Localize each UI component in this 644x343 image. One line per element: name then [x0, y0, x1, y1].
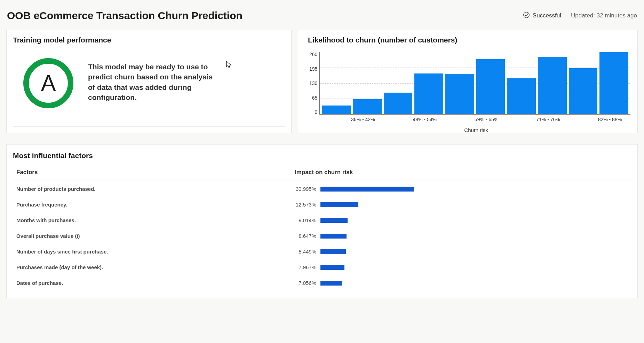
- chart-bar[interactable]: [507, 78, 536, 114]
- impact-cell: 9.014%: [295, 217, 631, 223]
- impact-cell: 7.056%: [295, 280, 631, 286]
- table-row[interactable]: Number of products purchased.30.995%: [13, 181, 631, 197]
- x-axis-label: Churn risk: [308, 122, 630, 133]
- impact-bar: [320, 218, 348, 223]
- impact-bar: [320, 202, 358, 207]
- impact-percent: 8.647%: [295, 233, 316, 239]
- impact-bar: [320, 265, 344, 270]
- table-row[interactable]: Purchases made (day of the week).7.967%: [13, 259, 631, 275]
- impact-cell: 8.449%: [295, 249, 631, 255]
- x-axis: 36% - 42%48% - 54%59% - 65%71% - 76%82% …: [308, 115, 630, 122]
- y-tick: 130: [309, 81, 317, 86]
- updated-timestamp: Updated: 32 minutes ago: [571, 12, 637, 19]
- chart-bar[interactable]: [569, 68, 598, 114]
- column-header-impact[interactable]: Impact on churn risk: [295, 169, 631, 176]
- x-tick: 82% - 88%: [589, 117, 630, 122]
- bar-chart: 260195130650: [308, 52, 630, 115]
- impact-cell: 12.573%: [295, 202, 631, 208]
- y-tick: 0: [315, 110, 318, 115]
- factor-name: Number of days since first purchase.: [13, 249, 295, 255]
- impact-cell: 8.647%: [295, 233, 631, 239]
- factors-table-header: Factors Impact on churn risk: [13, 169, 631, 180]
- impact-bar: [320, 281, 342, 286]
- impact-percent: 12.573%: [295, 202, 316, 208]
- x-tick: 48% - 54%: [404, 117, 445, 122]
- column-header-factors[interactable]: Factors: [13, 169, 295, 176]
- y-axis: 260195130650: [309, 52, 319, 115]
- page-header: OOB eCommerce Transaction Churn Predicti…: [0, 0, 644, 30]
- x-tick: 36% - 42%: [342, 117, 383, 122]
- chart-bar[interactable]: [445, 74, 474, 114]
- chart-bar[interactable]: [353, 99, 382, 114]
- header-status: Successful Updated: 32 minutes ago: [523, 11, 637, 20]
- training-performance-card: Training model performance A This model …: [6, 30, 292, 133]
- grade-ring: A: [23, 58, 73, 108]
- card-title-performance: Training model performance: [13, 36, 285, 44]
- impact-percent: 7.056%: [295, 280, 316, 286]
- factor-name: Purchases made (day of the week).: [13, 264, 295, 270]
- y-tick: 65: [312, 95, 318, 100]
- y-tick: 260: [309, 52, 317, 57]
- performance-description: This model may be ready to use to predic…: [88, 58, 220, 103]
- impact-cell: 7.967%: [295, 264, 631, 270]
- impact-percent: 7.967%: [295, 264, 316, 270]
- status-successful: Successful: [523, 11, 561, 20]
- impact-bar: [320, 234, 347, 239]
- chart-bar[interactable]: [599, 52, 628, 114]
- table-row[interactable]: Overall purchase value (i)8.647%: [13, 228, 631, 244]
- influential-factors-card: Most influential factors Factors Impact …: [6, 144, 638, 298]
- factor-name: Purchase frequency.: [13, 202, 295, 208]
- card-title-chart: Likelihood to churn (number of customers…: [308, 36, 630, 44]
- chart-bar[interactable]: [322, 106, 351, 114]
- check-circle-icon: [523, 11, 530, 20]
- impact-bar: [320, 249, 346, 254]
- y-tick: 195: [309, 67, 317, 71]
- impact-cell: 30.995%: [295, 186, 631, 192]
- factor-name: Overall purchase value (i): [13, 233, 295, 239]
- factor-name: Dates of purchase.: [13, 280, 295, 286]
- table-row[interactable]: Purchase frequency.12.573%: [13, 197, 631, 212]
- grade-letter: A: [41, 70, 56, 96]
- chart-bar[interactable]: [538, 57, 567, 114]
- table-row[interactable]: Number of days since first purchase.8.44…: [13, 244, 631, 259]
- factor-name: Months with purchases.: [13, 217, 295, 223]
- table-row[interactable]: Months with purchases.9.014%: [13, 212, 631, 228]
- page-title: OOB eCommerce Transaction Churn Predicti…: [7, 10, 243, 22]
- table-row[interactable]: Dates of purchase.7.056%: [13, 275, 631, 291]
- chart-bar[interactable]: [414, 73, 443, 114]
- impact-percent: 8.449%: [295, 249, 316, 255]
- x-tick: 71% - 76%: [527, 117, 569, 122]
- chart-bar[interactable]: [476, 59, 505, 114]
- chart-plot-area: [319, 52, 630, 115]
- x-tick: 59% - 65%: [466, 117, 507, 122]
- factors-title: Most influential factors: [13, 151, 631, 160]
- impact-percent: 30.995%: [295, 186, 316, 192]
- impact-percent: 9.014%: [295, 217, 316, 223]
- status-label: Successful: [533, 12, 561, 19]
- chart-bar[interactable]: [384, 93, 413, 114]
- factor-name: Number of products purchased.: [13, 186, 295, 192]
- impact-bar: [320, 187, 414, 192]
- churn-likelihood-card: Likelihood to churn (number of customers…: [298, 30, 638, 133]
